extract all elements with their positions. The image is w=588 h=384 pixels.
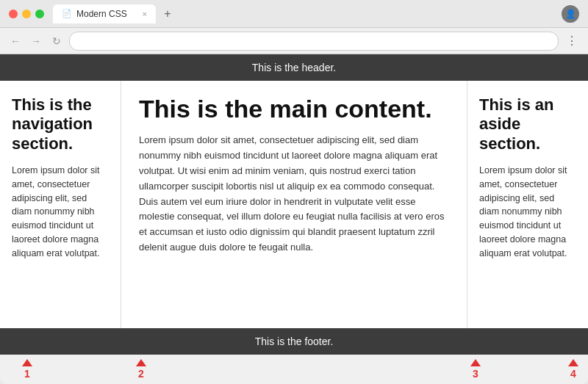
more-options-button[interactable]: ⋮: [563, 32, 581, 49]
main-heading: This is the main content.: [139, 95, 449, 123]
main-body: Lorem ipsum dolor sit amet, consectetuer…: [139, 133, 449, 255]
annotation-1: 1: [22, 359, 32, 380]
annotation-label-3: 3: [473, 368, 478, 380]
aside-heading: This is an aside section.: [479, 95, 576, 153]
page-nav: This is the navigation section. Lorem ip…: [0, 81, 121, 328]
tab-area: 📄 Modern CSS × +: [53, 4, 562, 23]
page-footer: This is the footer.: [0, 328, 588, 355]
tab-close-button[interactable]: ×: [143, 10, 147, 18]
page-body: This is the navigation section. Lorem ip…: [0, 81, 588, 328]
active-tab[interactable]: 📄 Modern CSS ×: [53, 4, 156, 23]
annotation-label-2: 2: [138, 368, 144, 380]
arrow-up-1: [22, 359, 32, 366]
header-text: This is the header.: [252, 62, 336, 73]
forward-button[interactable]: →: [28, 33, 44, 49]
browser-toolbar: ← → ↻ ⋮: [0, 28, 588, 54]
page-header: This is the header.: [0, 54, 588, 81]
back-button[interactable]: ←: [7, 33, 24, 49]
annotation-bar: 1 2 3 4: [0, 355, 588, 384]
maximize-button[interactable]: [35, 10, 44, 18]
minimize-button[interactable]: [22, 10, 31, 18]
annotation-label-1: 1: [24, 368, 30, 380]
reload-button[interactable]: ↻: [49, 33, 65, 49]
annotation-2: 2: [136, 359, 146, 380]
browser-titlebar: 📄 Modern CSS × + 👤: [0, 0, 588, 28]
page-main: This is the main content. Lorem ipsum do…: [121, 81, 467, 328]
aside-body: Lorem ipsum dolor sit amet, consectetuer…: [479, 164, 576, 260]
nav-heading: This is the navigation section.: [12, 95, 109, 153]
arrow-up-3: [470, 359, 481, 366]
address-bar[interactable]: [69, 32, 559, 51]
annotation-4: 4: [568, 359, 578, 380]
user-icon[interactable]: 👤: [562, 5, 579, 23]
annotation-3: 3: [470, 359, 481, 380]
arrow-up-2: [136, 359, 146, 366]
traffic-lights: [9, 10, 44, 18]
nav-body: Lorem ipsum dolor sit amet, consectetuer…: [12, 164, 109, 260]
page-aside: This is an aside section. Lorem ipsum do…: [467, 81, 588, 328]
close-button[interactable]: [9, 10, 18, 18]
arrow-up-4: [568, 359, 578, 366]
tab-favicon: 📄: [62, 9, 72, 18]
annotation-label-4: 4: [570, 368, 576, 380]
new-tab-button[interactable]: +: [159, 5, 176, 23]
tab-title: Modern CSS: [76, 9, 127, 19]
footer-text: This is the footer.: [255, 336, 334, 347]
webpage: This is the header. This is the navigati…: [0, 54, 588, 355]
browser-window: 📄 Modern CSS × + 👤 ← → ↻ ⋮ This is the h…: [0, 0, 588, 384]
